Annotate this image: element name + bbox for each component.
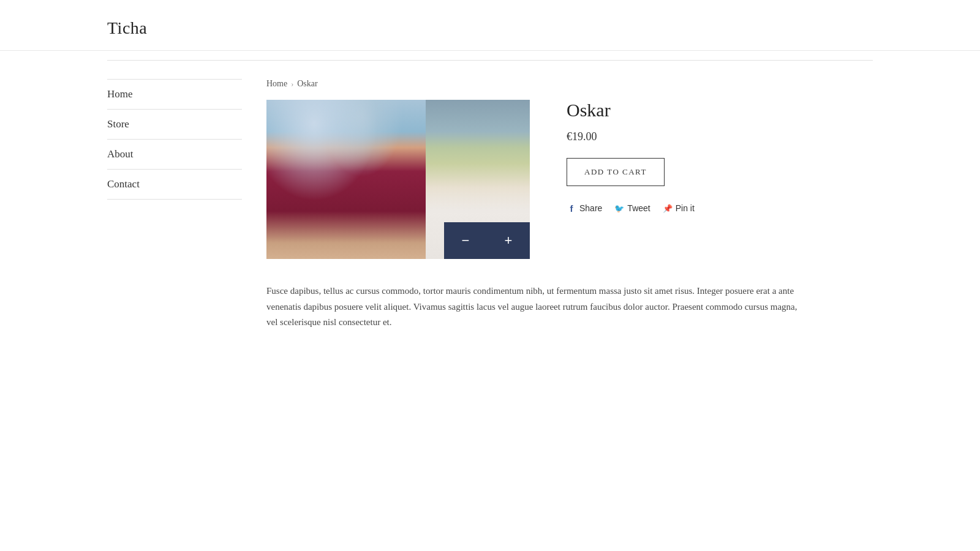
pinterest-share-label: Pin it (676, 203, 695, 213)
sidebar-link-about[interactable]: About (107, 140, 242, 169)
twitter-icon: 🐦 (614, 203, 624, 213)
product-image-left (266, 100, 426, 259)
facebook-icon: f (567, 203, 576, 213)
breadcrumb: Home › Oskar (266, 79, 873, 89)
product-image-container: − + (266, 100, 530, 259)
pinterest-share-link[interactable]: 📌 Pin it (663, 203, 695, 213)
sidebar-item-home[interactable]: Home (107, 80, 242, 110)
twitter-share-link[interactable]: 🐦 Tweet (614, 203, 650, 213)
twitter-share-label: Tweet (627, 203, 650, 213)
product-section: − + Oskar €19.00 ADD TO CART f Share 🐦 (266, 100, 873, 259)
sidebar-item-contact[interactable]: Contact (107, 170, 242, 200)
product-price: €19.00 (567, 130, 873, 143)
site-header: Ticha (0, 0, 980, 51)
product-details: Oskar €19.00 ADD TO CART f Share 🐦 Tweet… (567, 100, 873, 213)
image-next-button[interactable]: + (487, 222, 530, 259)
sidebar-link-store[interactable]: Store (107, 110, 242, 139)
facebook-share-link[interactable]: f Share (567, 203, 602, 213)
product-name: Oskar (567, 100, 873, 121)
sidebar-link-home[interactable]: Home (107, 80, 242, 109)
sidebar-link-contact[interactable]: Contact (107, 170, 242, 199)
breadcrumb-home[interactable]: Home (266, 79, 287, 89)
image-navigation: − + (444, 222, 530, 259)
sidebar-item-store[interactable]: Store (107, 110, 242, 140)
social-share: f Share 🐦 Tweet 📌 Pin it (567, 203, 873, 213)
image-prev-button[interactable]: − (444, 222, 487, 259)
pinterest-icon: 📌 (663, 203, 673, 213)
facebook-share-label: Share (579, 203, 602, 213)
site-title: Ticha (107, 18, 873, 38)
breadcrumb-current: Oskar (297, 79, 317, 89)
main-content: Home › Oskar − + Oskar €19.00 ADD (266, 79, 873, 331)
breadcrumb-separator: › (291, 80, 293, 89)
sidebar-item-about[interactable]: About (107, 140, 242, 170)
product-description: Fusce dapibus, tellus ac cursus commodo,… (266, 283, 799, 331)
sidebar-nav: Home Store About Contact (107, 79, 242, 331)
add-to-cart-button[interactable]: ADD TO CART (567, 158, 665, 186)
